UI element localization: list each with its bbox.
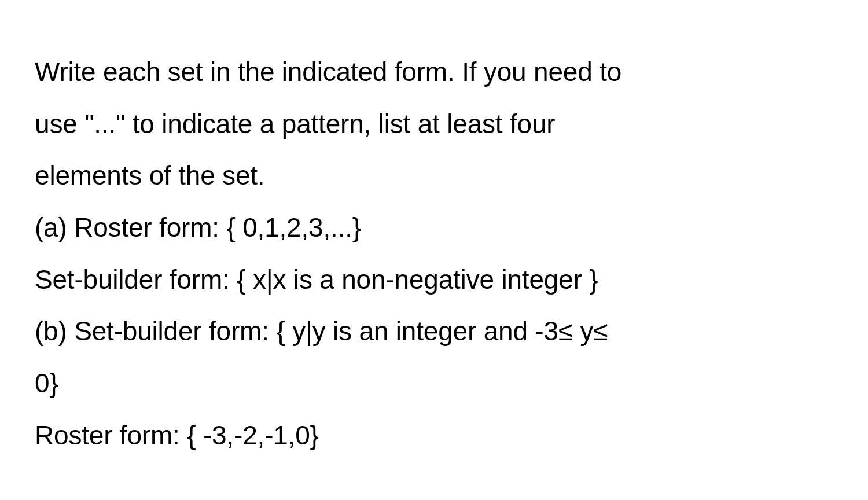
instruction-line-2: use "..." to indicate a pattern, list at…: [35, 98, 833, 150]
part-b-setbuilder-2: 0}: [35, 358, 833, 410]
part-b-setbuilder-1: (b) Set-builder form: { y|y is an intege…: [35, 306, 833, 358]
instruction-line-3: elements of the set.: [35, 150, 833, 202]
part-b-roster: Roster form: { -3,-2,-1,0}: [35, 410, 833, 462]
part-a-setbuilder: Set-builder form: { x|x is a non-negativ…: [35, 254, 833, 306]
part-a-roster: (a) Roster form: { 0,1,2,3,...}: [35, 202, 833, 254]
document-page: Write each set in the indicated form. If…: [0, 0, 868, 500]
instruction-line-1: Write each set in the indicated form. If…: [35, 46, 833, 98]
